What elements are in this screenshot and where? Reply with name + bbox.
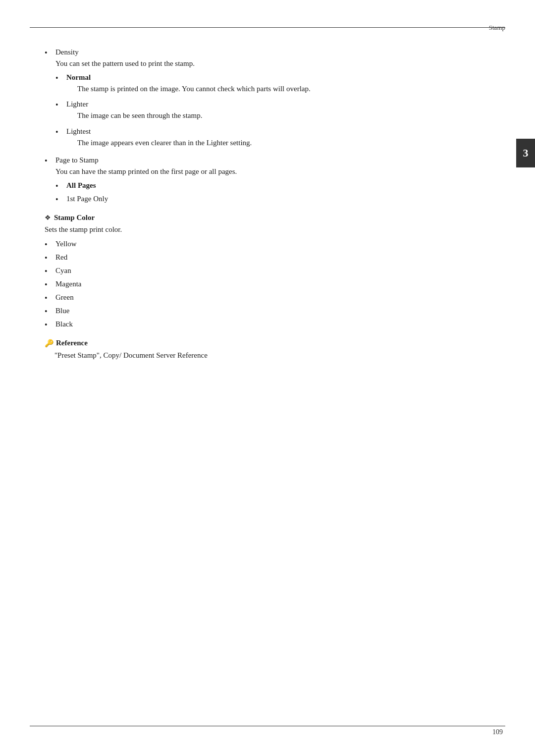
bullet-dot-cyan: • bbox=[45, 265, 55, 277]
color-magenta-label: Magenta bbox=[55, 278, 81, 290]
bullet-dot-red: • bbox=[45, 252, 55, 264]
stamp-color-description: Sets the stamp print color. bbox=[45, 224, 476, 235]
bullet-dot-green: • bbox=[45, 292, 55, 304]
color-green: • Green bbox=[45, 292, 476, 304]
stamp-color-heading: ❖ Stamp Color bbox=[45, 214, 476, 222]
chapter-tab: 3 bbox=[516, 139, 535, 167]
color-magenta: • Magenta bbox=[45, 278, 476, 291]
color-yellow-label: Yellow bbox=[55, 238, 77, 250]
bullet-dot-black: • bbox=[45, 319, 55, 331]
all-pages-item: • All Pages bbox=[55, 180, 237, 192]
color-red-label: Red bbox=[55, 252, 67, 263]
lighter-label: Lighter bbox=[66, 100, 88, 108]
lighter-item: • Lighter The image can be seen through … bbox=[55, 99, 311, 125]
bullet-dot-normal: • bbox=[55, 72, 66, 84]
first-page-item: • 1st Page Only bbox=[55, 193, 237, 206]
page-to-stamp-bullet: • Page to Stamp You can have the stamp p… bbox=[45, 155, 476, 207]
color-cyan-label: Cyan bbox=[55, 265, 71, 276]
page-header: Stamp bbox=[40, 20, 505, 32]
page-container: Stamp 3 • Density You can set the patter… bbox=[0, 0, 535, 756]
top-border bbox=[30, 27, 505, 28]
all-pages-label: All Pages bbox=[66, 180, 96, 191]
bullet-dot-all-pages: • bbox=[55, 180, 66, 192]
diamond-icon: ❖ bbox=[45, 214, 51, 222]
reference-section: 🔑 Reference bbox=[45, 339, 476, 348]
bullet-dot-magenta: • bbox=[45, 278, 55, 291]
color-black-label: Black bbox=[55, 319, 73, 330]
color-green-label: Green bbox=[55, 292, 74, 303]
color-list: • Yellow • Red • Cyan • Magenta • Green … bbox=[45, 238, 476, 331]
color-yellow: • Yellow bbox=[45, 238, 476, 251]
color-red: • Red bbox=[45, 252, 476, 264]
bullet-dot: • bbox=[45, 47, 55, 59]
bottom-border bbox=[30, 726, 505, 726]
normal-label: Normal bbox=[66, 73, 91, 81]
bullet-dot-page: • bbox=[45, 155, 55, 167]
lightest-label: Lightest bbox=[66, 127, 91, 135]
density-bullet: • Density You can set the pattern used t… bbox=[45, 47, 476, 153]
density-label: Density bbox=[55, 48, 79, 56]
bullet-dot-first-page: • bbox=[55, 193, 66, 206]
lightest-description: The image appears even clearer than in t… bbox=[77, 137, 252, 149]
lighter-description: The image can be seen through the stamp. bbox=[77, 110, 202, 121]
color-blue: • Blue bbox=[45, 305, 476, 318]
color-blue-label: Blue bbox=[55, 305, 69, 317]
color-cyan: • Cyan bbox=[45, 265, 476, 277]
reference-text: "Preset Stamp", Copy/ Document Server Re… bbox=[54, 350, 476, 361]
page-to-stamp-description: You can have the stamp printed on the fi… bbox=[55, 166, 237, 177]
key-icon: 🔑 bbox=[45, 339, 54, 348]
color-black: • Black bbox=[45, 319, 476, 331]
normal-item: • Normal The stamp is printed on the ima… bbox=[55, 72, 311, 98]
page-to-stamp-label: Page to Stamp bbox=[55, 156, 99, 164]
density-description: You can set the pattern used to print th… bbox=[55, 58, 311, 69]
lightest-item: • Lightest The image appears even cleare… bbox=[55, 126, 311, 152]
main-content: • Density You can set the pattern used t… bbox=[45, 47, 476, 361]
bullet-dot-lighter: • bbox=[55, 99, 66, 111]
bullet-dot-blue: • bbox=[45, 305, 55, 318]
reference-title: Reference bbox=[56, 339, 88, 347]
header-title: Stamp bbox=[489, 24, 505, 32]
page-number: 109 bbox=[492, 728, 503, 736]
first-page-label: 1st Page Only bbox=[66, 193, 108, 205]
stamp-color-title: Stamp Color bbox=[54, 214, 95, 222]
bullet-dot-yellow: • bbox=[45, 238, 55, 251]
bullet-dot-lightest: • bbox=[55, 126, 66, 138]
normal-description: The stamp is printed on the image. You c… bbox=[77, 83, 311, 95]
